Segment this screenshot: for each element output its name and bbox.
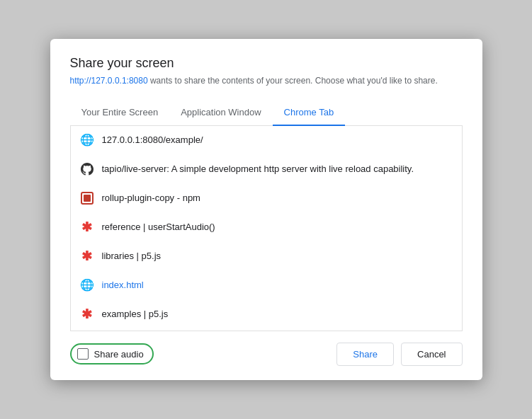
globe-icon: 🌐 — [79, 277, 95, 293]
item-label: examples | p5.js — [102, 309, 169, 319]
tab-chrome-tab[interactable]: Chrome Tab — [273, 100, 346, 126]
tab-app-window[interactable]: Application Window — [169, 100, 272, 126]
dialog-footer: Share audio Share Cancel — [70, 343, 463, 366]
star-icon: ✱ — [79, 248, 95, 264]
globe-icon: 🌐 — [79, 132, 95, 148]
dialog-title: Share your screen — [70, 56, 463, 71]
list-item[interactable]: getAudioContext + stream + MediaRecorder… — [71, 329, 462, 331]
tab-content-chrome: 🌐 127.0.0.1:8080/example/ tapio/live-ser… — [70, 126, 463, 331]
subtitle-url: http://127.0.0.1:8080 — [70, 76, 148, 86]
rollup-icon — [79, 190, 95, 206]
dialog-subtitle: http://127.0.0.1:8080 wants to share the… — [70, 75, 463, 87]
share-audio-checkbox[interactable] — [77, 348, 89, 360]
cancel-button[interactable]: Cancel — [401, 343, 462, 366]
item-label: reference | userStartAudio() — [102, 222, 215, 232]
share-audio-label: Share audio — [94, 349, 144, 360]
item-label: libraries | p5.js — [102, 251, 162, 261]
list-item[interactable]: ✱ reference | userStartAudio() — [71, 213, 462, 242]
star-icon: ✱ — [79, 306, 95, 322]
item-label: tapio/live-server: A simple development … — [102, 163, 414, 174]
list-item[interactable]: ✱ examples | p5.js — [71, 300, 462, 329]
github-icon — [79, 161, 95, 177]
item-label: index.html — [102, 280, 144, 290]
subtitle-text: wants to share the contents of your scre… — [148, 76, 438, 86]
share-audio-area[interactable]: Share audio — [70, 343, 154, 365]
tab-entire-screen[interactable]: Your Entire Screen — [70, 100, 170, 126]
star-icon: ✱ — [79, 219, 95, 235]
share-button[interactable]: Share — [336, 343, 394, 366]
share-screen-dialog: Share your screen http://127.0.0.1:8080 … — [50, 39, 482, 380]
tab-bar: Your Entire Screen Application Window Ch… — [70, 100, 463, 126]
item-label: 127.0.0.1:8080/example/ — [102, 134, 203, 145]
svg-rect-1 — [84, 195, 91, 202]
list-item[interactable]: tapio/live-server: A simple development … — [71, 155, 462, 184]
list-item[interactable]: ✱ libraries | p5.js — [71, 242, 462, 271]
list-item[interactable]: 🌐 index.html — [71, 271, 462, 300]
list-item[interactable]: 🌐 127.0.0.1:8080/example/ — [71, 126, 462, 155]
list-item[interactable]: rollup-plugin-copy - npm — [71, 184, 462, 213]
chrome-tab-list[interactable]: 🌐 127.0.0.1:8080/example/ tapio/live-ser… — [71, 126, 462, 331]
footer-buttons: Share Cancel — [336, 343, 462, 366]
item-label: rollup-plugin-copy - npm — [102, 193, 200, 203]
